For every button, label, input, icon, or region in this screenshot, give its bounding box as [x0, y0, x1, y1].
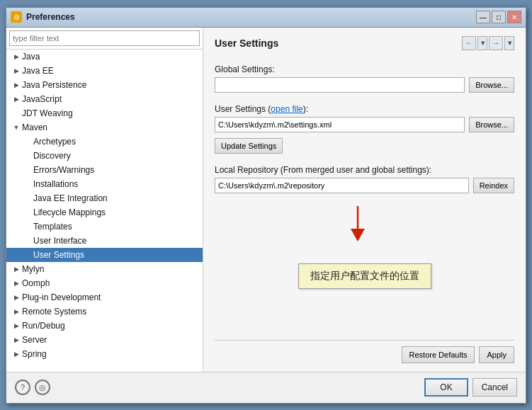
- tree-item-run-debug[interactable]: ▶ Run/Debug: [6, 319, 203, 333]
- reindex-button[interactable]: Reindex: [473, 178, 514, 193]
- arrow-icon: ▶: [12, 279, 21, 287]
- tree-item-templates[interactable]: Templates: [6, 220, 203, 234]
- nav-forward-dropdown[interactable]: ▾: [504, 36, 514, 50]
- right-panel: User Settings ← ▾ → ▾ Global Settings: B…: [203, 28, 526, 372]
- filter-box: [6, 28, 203, 50]
- tree-item-label: User Interface: [32, 236, 86, 246]
- arrow-icon: [23, 180, 32, 188]
- tree-item-java-persistence[interactable]: ▶ Java Persistence: [6, 78, 203, 92]
- tree-item-discovery[interactable]: Discovery: [6, 149, 203, 163]
- arrow-icon: [23, 166, 32, 174]
- tree-item-java[interactable]: ▶ Java: [6, 50, 203, 64]
- apply-button[interactable]: Apply: [479, 346, 514, 363]
- tree-item-label: JavaScript: [21, 94, 62, 104]
- arrow-icon: ▶: [12, 265, 21, 273]
- tree-item-errors-warnings[interactable]: Errors/Warnings: [6, 163, 203, 177]
- tree-item-jdt-weaving[interactable]: JDT Weaving: [6, 106, 203, 120]
- tree-item-mylyn[interactable]: ▶ Mylyn: [6, 262, 203, 276]
- arrow-icon: [23, 208, 32, 217]
- arrow-icon: ▶: [12, 307, 21, 316]
- cancel-button[interactable]: Cancel: [472, 378, 517, 397]
- window-title: Preferences: [26, 12, 476, 22]
- global-browse-button[interactable]: Browse...: [469, 77, 514, 93]
- tree-item-java-ee-integration[interactable]: Java EE Integration: [6, 191, 203, 205]
- arrow-icon: ▶: [12, 95, 21, 103]
- tree-item-label: Java EE Integration: [32, 193, 108, 203]
- tree-item-archetypes[interactable]: Archetypes: [6, 135, 203, 149]
- bottom-right-buttons: OK Cancel: [424, 378, 517, 397]
- tree-item-label: Oomph: [21, 278, 50, 288]
- global-settings-row: Browse...: [215, 77, 514, 93]
- arrow-icon: ▼: [12, 123, 21, 132]
- tree-item-oomph[interactable]: ▶ Oomph: [6, 276, 203, 290]
- maximize-button[interactable]: □: [492, 11, 506, 23]
- info-icon[interactable]: ◎: [35, 380, 50, 395]
- tree-item-user-interface[interactable]: User Interface: [6, 234, 203, 248]
- tree-item-label: Spring: [21, 349, 47, 359]
- tree-item-label: Discovery: [32, 151, 71, 161]
- arrow-icon: [12, 109, 21, 118]
- restore-defaults-button[interactable]: Restore Defaults: [402, 346, 475, 363]
- arrow-icon: [23, 222, 32, 231]
- tree-item-java-ee[interactable]: ▶ Java EE: [6, 64, 203, 78]
- nav-back-dropdown[interactable]: ▾: [477, 36, 487, 50]
- panel-header: User Settings ← ▾ → ▾: [215, 36, 514, 50]
- close-button[interactable]: ✕: [507, 11, 521, 23]
- user-settings-input[interactable]: [215, 117, 465, 132]
- tree-item-label: Java: [21, 52, 40, 62]
- filter-input[interactable]: [9, 30, 200, 46]
- tree-area: ▶ Java ▶ Java EE ▶ Java Persistence: [6, 50, 203, 372]
- tree-item-maven[interactable]: ▼ Maven: [6, 120, 203, 135]
- tree-item-label: Templates: [32, 222, 72, 232]
- tree-item-label: Server: [21, 335, 47, 345]
- svg-marker-1: [351, 229, 365, 241]
- nav-forward-button[interactable]: →: [489, 36, 503, 50]
- arrow-indicator: [344, 206, 372, 241]
- tree-item-label: Plug-in Development: [21, 292, 101, 302]
- arrow-icon: ▶: [12, 81, 21, 89]
- update-settings-button[interactable]: Update Settings: [215, 138, 283, 154]
- tree-item-label: Mylyn: [21, 264, 44, 274]
- arrow-icon: [23, 152, 32, 160]
- tree-item-label: Run/Debug: [21, 321, 65, 331]
- tooltip-area: 指定用户配置文件的位置: [215, 199, 514, 340]
- tree-item-label: Maven: [21, 123, 47, 132]
- tree-scroll-wrapper: ▶ Java ▶ Java EE ▶ Java Persistence: [6, 50, 203, 372]
- arrow-icon: [23, 194, 32, 203]
- tree-item-label: Remote Systems: [21, 307, 86, 317]
- tree-item-installations[interactable]: Installations: [6, 177, 203, 191]
- tree-item-plugin-development[interactable]: ▶ Plug-in Development: [6, 290, 203, 304]
- tree-item-spring[interactable]: ▶ Spring: [6, 347, 203, 361]
- user-settings-row: Browse...: [215, 117, 514, 132]
- arrow-icon: ▶: [12, 52, 21, 61]
- tooltip-box: 指定用户配置文件的位置: [298, 263, 431, 289]
- bottom-buttons: Restore Defaults Apply: [215, 340, 514, 363]
- tooltip-text: 指定用户配置文件的位置: [310, 270, 419, 281]
- local-repo-input[interactable]: [215, 178, 469, 193]
- panel-title-text: User Settings: [215, 38, 278, 49]
- help-icon[interactable]: ?: [15, 380, 30, 395]
- nav-back-button[interactable]: ←: [462, 36, 476, 50]
- global-settings-input[interactable]: [215, 77, 465, 93]
- arrow-icon: ▶: [12, 67, 21, 75]
- minimize-button[interactable]: —: [476, 11, 490, 23]
- tree-item-lifecycle-mappings[interactable]: Lifecycle Mappings: [6, 205, 203, 220]
- tree-item-javascript[interactable]: ▶ JavaScript: [6, 92, 203, 106]
- tree-item-label: Installations: [32, 179, 78, 189]
- tree-item-user-settings[interactable]: User Settings: [6, 248, 203, 262]
- tree-item-label: User Settings: [32, 250, 84, 260]
- title-bar: ⚙ Preferences — □ ✕: [6, 8, 526, 28]
- window-controls: — □ ✕: [476, 11, 521, 23]
- panel-nav-icons: ← ▾ → ▾: [462, 36, 514, 50]
- ok-button[interactable]: OK: [424, 378, 468, 397]
- local-repo-label: Local Repository (From merged user and g…: [215, 165, 514, 175]
- user-browse-button[interactable]: Browse...: [469, 117, 514, 132]
- open-file-link[interactable]: open file: [271, 104, 302, 114]
- tree-item-label: Java EE: [21, 66, 54, 76]
- arrow-icon: ▶: [12, 350, 21, 358]
- global-settings-label: Global Settings:: [215, 64, 514, 74]
- tree-item-label: Lifecycle Mappings: [32, 207, 106, 217]
- tree-item-server[interactable]: ▶ Server: [6, 333, 203, 347]
- tree-item-remote-systems[interactable]: ▶ Remote Systems: [6, 304, 203, 319]
- arrow-icon: [23, 237, 32, 245]
